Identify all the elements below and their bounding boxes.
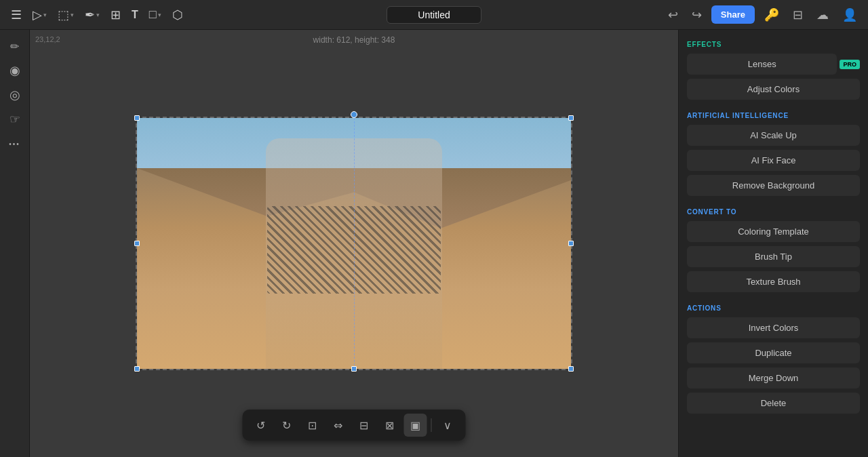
redo-button[interactable]: ↪ <box>688 5 706 25</box>
menu-icon: ☰ <box>11 7 22 22</box>
key-icon[interactable]: 🔑 <box>760 5 783 25</box>
bottom-toolbar: ↺ ↻ ⊡ ⇔ ⊟ ⊠ ▣ ∨ <box>243 410 466 441</box>
selection-handle-bottom-left[interactable] <box>134 366 140 372</box>
menu-button[interactable]: ☰ <box>7 5 26 25</box>
select-icon: ▷ <box>33 7 42 22</box>
selection-handle-top-left[interactable] <box>134 115 140 121</box>
rotate-left-button[interactable]: ↺ <box>250 414 273 437</box>
marquee-tool[interactable]: ⬚ ▾ <box>54 5 78 25</box>
crop-button[interactable]: ⊠ <box>378 414 401 437</box>
ai-scale-up-button[interactable]: AI Scale Up <box>687 125 860 146</box>
selection-handle-mid-left[interactable] <box>134 241 140 246</box>
ai-fix-face-button[interactable]: AI Fix Face <box>687 150 860 171</box>
main-area: ✏ ◉ ◎ ☞ ••• 23,12,2 width: 612, height: … <box>0 30 868 457</box>
marquee-icon: ⬚ <box>58 7 69 22</box>
user-icon[interactable]: 👤 <box>838 5 861 25</box>
title-area <box>387 6 481 24</box>
mask-button[interactable]: ▣ <box>404 414 427 437</box>
fill-icon: ◉ <box>9 63 20 78</box>
brush-icon: ✏ <box>10 40 19 53</box>
align-button[interactable]: ⊟ <box>353 414 376 437</box>
layers-icon[interactable]: ⊟ <box>789 5 807 25</box>
lenses-label: Lenses <box>687 54 837 75</box>
eraser-icon: ◎ <box>9 87 20 102</box>
select-tool[interactable]: ▷ ▾ <box>28 5 51 25</box>
ai-section-title: ARTIFICIAL INTELLIGENCE <box>687 112 860 119</box>
merge-down-button[interactable]: Merge Down <box>687 367 860 389</box>
canvas-dimensions: width: 612, height: 348 <box>313 35 395 45</box>
topbar-right: ↩ ↪ Share 🔑 ⊟ ☁ 👤 <box>664 5 861 25</box>
fit-button[interactable]: ⊡ <box>301 414 324 437</box>
ellipsis-icon: ••• <box>9 140 20 148</box>
cloud-icon[interactable]: ☁ <box>812 5 833 25</box>
duplicate-button[interactable]: Duplicate <box>687 342 860 363</box>
fill-tool-btn[interactable]: ◉ <box>4 60 26 81</box>
texture-brush-button[interactable]: Texture Brush <box>687 271 860 292</box>
selection-handle-mid-right[interactable] <box>568 241 574 246</box>
more-options-button[interactable]: ∨ <box>436 414 459 437</box>
rotate-right-button[interactable]: ↻ <box>275 414 298 437</box>
toolbar-divider <box>431 418 432 432</box>
brush-tool-btn[interactable]: ✏ <box>4 35 26 57</box>
pro-badge: PRO <box>840 60 860 69</box>
right-panel: EFFECTS Lenses PRO Adjust Colors ARTIFIC… <box>678 30 868 457</box>
left-toolbar: ✏ ◉ ◎ ☞ ••• <box>0 30 30 457</box>
selection-handle-top-center[interactable] <box>351 111 357 118</box>
selection-handle-bottom-right[interactable] <box>568 366 574 372</box>
hand-icon: ☞ <box>9 112 20 127</box>
brush-tip-button[interactable]: Brush Tip <box>687 246 860 267</box>
share-button[interactable]: Share <box>711 5 755 24</box>
canvas-coordinates: 23,12,2 <box>35 35 60 43</box>
image-selection-container[interactable] <box>136 117 572 370</box>
adjust-colors-button[interactable]: Adjust Colors <box>687 79 860 100</box>
pen-icon: ✒ <box>85 7 95 22</box>
ai-icon: ⬡ <box>172 7 183 22</box>
select-chevron-icon: ▾ <box>43 12 47 18</box>
actions-section-title: ACTIONS <box>687 304 860 312</box>
shape-icon: □ <box>149 7 157 22</box>
topbar-tools: ☰ ▷ ▾ ⬚ ▾ ✒ ▾ ⊞ T □ ▾ ⬡ <box>7 5 187 25</box>
pixel-icon: ⊞ <box>111 7 121 22</box>
ai-tool[interactable]: ⬡ <box>168 5 187 25</box>
canvas-area[interactable]: 23,12,2 width: 612, height: 348 <box>30 30 678 457</box>
flip-horizontal-button[interactable]: ⇔ <box>327 414 350 437</box>
delete-button[interactable]: Delete <box>687 393 860 414</box>
remove-background-button[interactable]: Remove Background <box>687 175 860 196</box>
invert-colors-button[interactable]: Invert Colors <box>687 317 860 338</box>
more-tools-btn[interactable]: ••• <box>4 133 26 155</box>
pen-tool[interactable]: ✒ ▾ <box>81 5 104 25</box>
document-title-input[interactable] <box>387 6 481 24</box>
shape-tool[interactable]: □ ▾ <box>145 5 165 24</box>
lenses-row: Lenses PRO <box>687 54 860 75</box>
selection-handle-top-right[interactable] <box>568 115 574 121</box>
topbar: ☰ ▷ ▾ ⬚ ▾ ✒ ▾ ⊞ T □ ▾ ⬡ <box>0 0 868 30</box>
shape-chevron-icon: ▾ <box>158 12 161 18</box>
hand-tool-btn[interactable]: ☞ <box>4 108 26 130</box>
marquee-chevron-icon: ▾ <box>71 12 74 18</box>
effects-section-title: EFFECTS <box>687 41 860 48</box>
center-guide-line <box>354 118 355 369</box>
text-icon: T <box>132 9 138 21</box>
eraser-tool-btn[interactable]: ◎ <box>4 84 26 106</box>
undo-button[interactable]: ↩ <box>664 5 682 25</box>
coloring-template-button[interactable]: Coloring Template <box>687 221 860 242</box>
pixel-tool[interactable]: ⊞ <box>106 5 125 25</box>
pen-chevron-icon: ▾ <box>96 12 100 18</box>
convert-to-section-title: CONVERT TO <box>687 208 860 216</box>
text-tool[interactable]: T <box>127 6 142 24</box>
